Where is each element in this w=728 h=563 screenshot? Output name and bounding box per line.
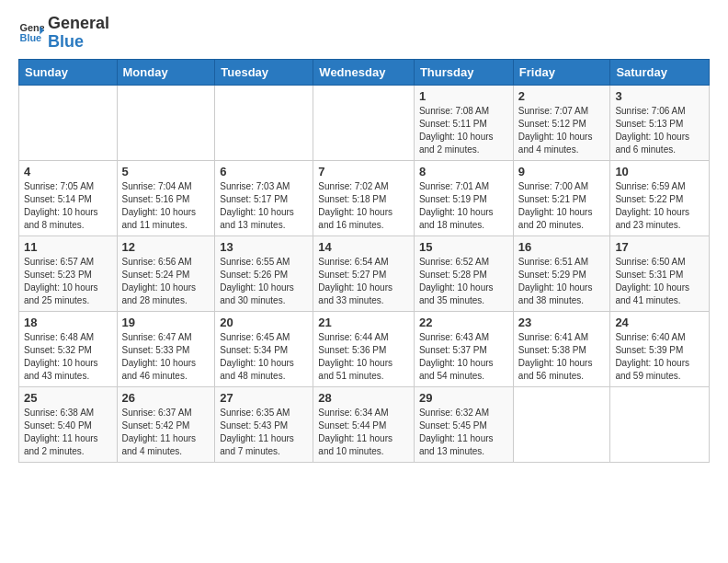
day-number: 10 — [615, 165, 704, 178]
svg-text:Blue: Blue — [20, 32, 42, 43]
day-number: 19 — [122, 316, 210, 329]
calendar-cell: 1Sunrise: 7:08 AM Sunset: 5:11 PM Daylig… — [414, 85, 513, 160]
day-info: Sunrise: 6:52 AM Sunset: 5:28 PM Dayligh… — [419, 256, 508, 307]
day-info: Sunrise: 6:54 AM Sunset: 5:27 PM Dayligh… — [318, 256, 409, 307]
day-info: Sunrise: 6:40 AM Sunset: 5:39 PM Dayligh… — [615, 331, 704, 383]
calendar-cell: 16Sunrise: 6:51 AM Sunset: 5:29 PM Dayli… — [513, 236, 610, 311]
day-info: Sunrise: 6:56 AM Sunset: 5:24 PM Dayligh… — [122, 256, 210, 307]
day-info: Sunrise: 6:43 AM Sunset: 5:37 PM Dayligh… — [419, 331, 508, 383]
calendar-cell: 28Sunrise: 6:34 AM Sunset: 5:44 PM Dayli… — [313, 386, 415, 462]
calendar-cell: 26Sunrise: 6:37 AM Sunset: 5:42 PM Dayli… — [117, 386, 215, 462]
day-number: 16 — [518, 240, 606, 254]
header-friday: Friday — [513, 59, 610, 85]
calendar-cell: 14Sunrise: 6:54 AM Sunset: 5:27 PM Dayli… — [313, 236, 415, 311]
day-info: Sunrise: 6:47 AM Sunset: 5:33 PM Dayligh… — [122, 331, 210, 383]
calendar-header-row: SundayMondayTuesdayWednesdayThursdayFrid… — [19, 59, 710, 85]
calendar-cell: 23Sunrise: 6:41 AM Sunset: 5:38 PM Dayli… — [513, 311, 610, 386]
calendar-week-row: 18Sunrise: 6:48 AM Sunset: 5:32 PM Dayli… — [19, 311, 710, 386]
calendar-cell: 18Sunrise: 6:48 AM Sunset: 5:32 PM Dayli… — [19, 311, 118, 386]
day-number: 11 — [24, 240, 112, 254]
day-info: Sunrise: 6:45 AM Sunset: 5:34 PM Dayligh… — [220, 331, 308, 383]
day-number: 4 — [24, 165, 112, 178]
calendar-cell: 25Sunrise: 6:38 AM Sunset: 5:40 PM Dayli… — [19, 386, 118, 462]
calendar-cell: 11Sunrise: 6:57 AM Sunset: 5:23 PM Dayli… — [19, 236, 118, 311]
day-info: Sunrise: 7:08 AM Sunset: 5:11 PM Dayligh… — [419, 105, 508, 156]
calendar-cell: 7Sunrise: 7:02 AM Sunset: 5:18 PM Daylig… — [313, 160, 415, 236]
day-number: 22 — [419, 316, 508, 329]
day-number: 25 — [24, 391, 112, 405]
day-info: Sunrise: 7:02 AM Sunset: 5:18 PM Dayligh… — [318, 180, 409, 232]
header-monday: Monday — [117, 59, 215, 85]
day-info: Sunrise: 7:03 AM Sunset: 5:17 PM Dayligh… — [220, 180, 308, 232]
logo-text: General Blue — [48, 15, 109, 52]
day-number: 5 — [122, 165, 210, 178]
day-number: 13 — [220, 240, 308, 254]
calendar-cell: 8Sunrise: 7:01 AM Sunset: 5:19 PM Daylig… — [414, 160, 513, 236]
logo: General Blue General Blue — [18, 15, 109, 52]
calendar-week-row: 11Sunrise: 6:57 AM Sunset: 5:23 PM Dayli… — [19, 236, 710, 311]
calendar-cell: 20Sunrise: 6:45 AM Sunset: 5:34 PM Dayli… — [215, 311, 313, 386]
day-number: 14 — [318, 240, 409, 254]
calendar-cell: 15Sunrise: 6:52 AM Sunset: 5:28 PM Dayli… — [414, 236, 513, 311]
day-info: Sunrise: 6:38 AM Sunset: 5:40 PM Dayligh… — [24, 407, 112, 458]
day-info: Sunrise: 6:55 AM Sunset: 5:26 PM Dayligh… — [220, 256, 308, 307]
day-number: 27 — [220, 391, 308, 405]
day-number: 24 — [615, 316, 704, 329]
calendar-cell — [513, 386, 610, 462]
calendar-cell: 27Sunrise: 6:35 AM Sunset: 5:43 PM Dayli… — [215, 386, 313, 462]
calendar-cell: 12Sunrise: 6:56 AM Sunset: 5:24 PM Dayli… — [117, 236, 215, 311]
day-info: Sunrise: 7:00 AM Sunset: 5:21 PM Dayligh… — [518, 180, 606, 232]
day-info: Sunrise: 6:44 AM Sunset: 5:36 PM Dayligh… — [318, 331, 409, 383]
calendar-cell: 10Sunrise: 6:59 AM Sunset: 5:22 PM Dayli… — [610, 160, 710, 236]
day-number: 17 — [615, 240, 704, 254]
calendar-cell: 2Sunrise: 7:07 AM Sunset: 5:12 PM Daylig… — [513, 85, 610, 160]
day-number: 6 — [220, 165, 308, 178]
header-wednesday: Wednesday — [313, 59, 415, 85]
day-number: 9 — [518, 165, 606, 178]
calendar-week-row: 4Sunrise: 7:05 AM Sunset: 5:14 PM Daylig… — [19, 160, 710, 236]
calendar-cell: 29Sunrise: 6:32 AM Sunset: 5:45 PM Dayli… — [414, 386, 513, 462]
day-info: Sunrise: 6:34 AM Sunset: 5:44 PM Dayligh… — [318, 407, 409, 458]
day-info: Sunrise: 7:06 AM Sunset: 5:13 PM Dayligh… — [615, 105, 704, 156]
day-number: 28 — [318, 391, 409, 405]
day-number: 7 — [318, 165, 409, 178]
calendar-cell: 21Sunrise: 6:44 AM Sunset: 5:36 PM Dayli… — [313, 311, 415, 386]
calendar-cell — [117, 85, 215, 160]
day-info: Sunrise: 6:59 AM Sunset: 5:22 PM Dayligh… — [615, 180, 704, 232]
header-saturday: Saturday — [610, 59, 710, 85]
calendar-cell — [19, 85, 118, 160]
day-info: Sunrise: 7:01 AM Sunset: 5:19 PM Dayligh… — [419, 180, 508, 232]
day-number: 3 — [615, 89, 704, 103]
day-number: 26 — [122, 391, 210, 405]
day-number: 2 — [518, 89, 606, 103]
day-info: Sunrise: 6:32 AM Sunset: 5:45 PM Dayligh… — [419, 407, 508, 458]
day-info: Sunrise: 6:37 AM Sunset: 5:42 PM Dayligh… — [122, 407, 210, 458]
header-sunday: Sunday — [19, 59, 118, 85]
calendar-cell: 13Sunrise: 6:55 AM Sunset: 5:26 PM Dayli… — [215, 236, 313, 311]
day-info: Sunrise: 6:48 AM Sunset: 5:32 PM Dayligh… — [24, 331, 112, 383]
calendar-cell — [215, 85, 313, 160]
header-thursday: Thursday — [414, 59, 513, 85]
calendar-cell: 3Sunrise: 7:06 AM Sunset: 5:13 PM Daylig… — [610, 85, 710, 160]
day-info: Sunrise: 6:51 AM Sunset: 5:29 PM Dayligh… — [518, 256, 606, 307]
calendar-week-row: 25Sunrise: 6:38 AM Sunset: 5:40 PM Dayli… — [19, 386, 710, 462]
page-header: General Blue General Blue — [18, 15, 710, 52]
logo-icon: General Blue — [18, 20, 44, 46]
day-number: 12 — [122, 240, 210, 254]
day-number: 18 — [24, 316, 112, 329]
day-number: 23 — [518, 316, 606, 329]
day-info: Sunrise: 7:05 AM Sunset: 5:14 PM Dayligh… — [24, 180, 112, 232]
day-info: Sunrise: 6:50 AM Sunset: 5:31 PM Dayligh… — [615, 256, 704, 307]
day-info: Sunrise: 6:35 AM Sunset: 5:43 PM Dayligh… — [220, 407, 308, 458]
calendar-cell: 24Sunrise: 6:40 AM Sunset: 5:39 PM Dayli… — [610, 311, 710, 386]
calendar-cell: 22Sunrise: 6:43 AM Sunset: 5:37 PM Dayli… — [414, 311, 513, 386]
calendar-table: SundayMondayTuesdayWednesdayThursdayFrid… — [18, 59, 710, 463]
calendar-cell — [313, 85, 415, 160]
calendar-cell — [610, 386, 710, 462]
calendar-week-row: 1Sunrise: 7:08 AM Sunset: 5:11 PM Daylig… — [19, 85, 710, 160]
calendar-cell: 4Sunrise: 7:05 AM Sunset: 5:14 PM Daylig… — [19, 160, 118, 236]
day-number: 8 — [419, 165, 508, 178]
day-number: 20 — [220, 316, 308, 329]
calendar-cell: 5Sunrise: 7:04 AM Sunset: 5:16 PM Daylig… — [117, 160, 215, 236]
calendar-cell: 6Sunrise: 7:03 AM Sunset: 5:17 PM Daylig… — [215, 160, 313, 236]
